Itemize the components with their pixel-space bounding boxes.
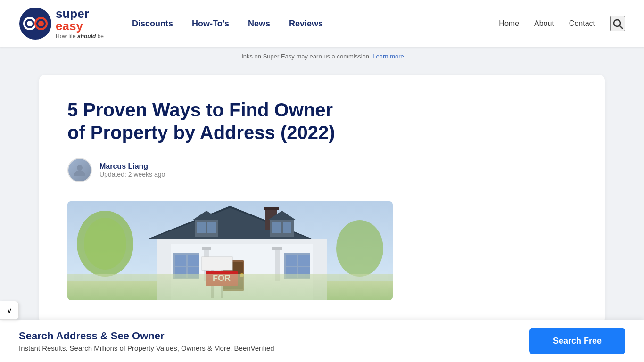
right-navigation: Home About Contact (499, 16, 625, 31)
article-title: 5 Proven Ways to Find Owner of Property … (67, 99, 350, 144)
author-name: Marcus Liang (99, 162, 165, 171)
svg-rect-22 (207, 222, 216, 233)
nav-discounts[interactable]: Discounts (132, 19, 173, 29)
svg-point-11 (84, 218, 126, 270)
nav-reviews[interactable]: Reviews (289, 19, 323, 29)
learn-more-link[interactable]: Learn more. (372, 53, 405, 60)
main-navigation: Discounts How-To's News Reviews (132, 19, 499, 29)
svg-line-6 (620, 26, 623, 29)
content-wrapper: 5 Proven Ways to Find Owner of Property … (20, 66, 624, 333)
logo-tagline: How life should be (56, 33, 104, 40)
search-free-button[interactable]: Search Free (529, 328, 625, 354)
svg-rect-28 (175, 255, 186, 266)
svg-rect-18 (264, 207, 279, 210)
house-scene: FOR (67, 201, 393, 300)
site-header: super easy How life should be Discounts … (0, 0, 644, 47)
cta-title: Search Address & See Owner (19, 330, 274, 342)
collapse-button[interactable]: ∨ (0, 301, 19, 320)
disclaimer-bar: Links on Super Easy may earn us a commis… (0, 47, 644, 66)
article-card: 5 Proven Ways to Find Owner of Property … (39, 75, 605, 324)
svg-point-3 (27, 21, 33, 26)
svg-rect-42 (202, 247, 211, 250)
logo[interactable]: super easy How life should be (19, 7, 104, 40)
disclaimer-text: Links on Super Easy may earn us a commis… (239, 53, 371, 60)
logo-icon (19, 7, 52, 40)
nav-home[interactable]: Home (499, 19, 519, 28)
search-button[interactable] (610, 16, 625, 31)
svg-rect-25 (272, 222, 281, 233)
svg-rect-29 (188, 255, 199, 266)
svg-rect-34 (298, 255, 310, 266)
svg-rect-43 (272, 247, 282, 250)
svg-rect-26 (283, 222, 291, 233)
svg-rect-46 (202, 257, 232, 270)
svg-point-12 (336, 220, 383, 277)
nav-howtos[interactable]: How-To's (192, 19, 229, 29)
nav-contact[interactable]: Contact (569, 19, 595, 28)
author-updated: Updated: 2 weeks ago (99, 171, 165, 178)
cta-bar: Search Address & See Owner Instant Resul… (0, 320, 644, 362)
svg-rect-49 (67, 274, 393, 300)
search-icon (612, 18, 623, 29)
cta-subtitle: Instant Results. Search Millions of Prop… (19, 344, 274, 352)
svg-rect-21 (197, 222, 206, 233)
avatar-icon (72, 163, 87, 178)
author-avatar (67, 158, 92, 182)
chevron-down-icon: ∨ (7, 306, 12, 315)
logo-easy: easy (56, 19, 83, 33)
house-svg: FOR (67, 201, 393, 300)
avatar-image (68, 159, 91, 181)
nav-news[interactable]: News (248, 19, 270, 29)
svg-point-4 (38, 21, 44, 26)
nav-about[interactable]: About (534, 19, 554, 28)
svg-rect-33 (286, 255, 297, 266)
logo-text: super easy How life should be (56, 8, 104, 40)
article-image: FOR (67, 201, 393, 300)
author-info: Marcus Liang Updated: 2 weeks ago (99, 162, 165, 178)
cta-text-section: Search Address & See Owner Instant Resul… (19, 330, 274, 352)
author-section: Marcus Liang Updated: 2 weeks ago (67, 158, 577, 182)
svg-point-7 (77, 165, 83, 171)
